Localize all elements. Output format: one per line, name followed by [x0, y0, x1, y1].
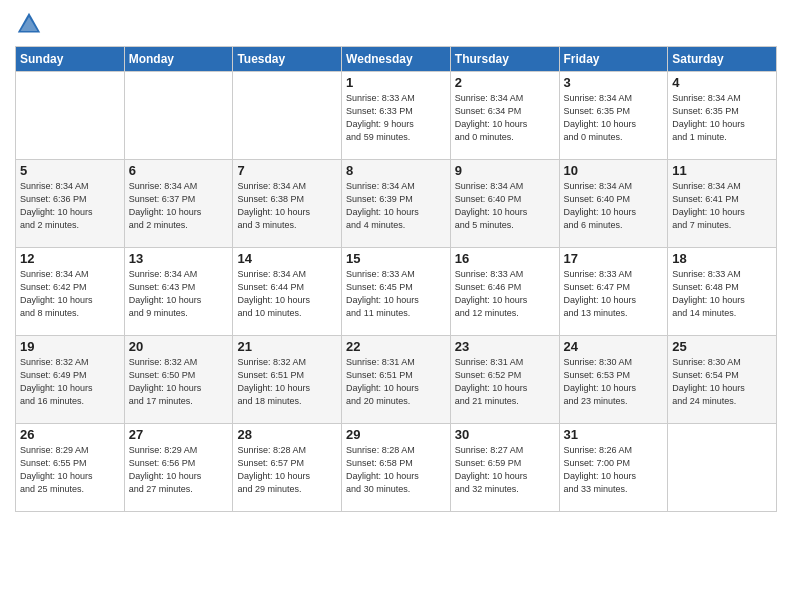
day-cell: 12Sunrise: 8:34 AM Sunset: 6:42 PM Dayli… — [16, 248, 125, 336]
day-cell: 11Sunrise: 8:34 AM Sunset: 6:41 PM Dayli… — [668, 160, 777, 248]
day-info: Sunrise: 8:34 AM Sunset: 6:44 PM Dayligh… — [237, 268, 337, 320]
day-cell: 24Sunrise: 8:30 AM Sunset: 6:53 PM Dayli… — [559, 336, 668, 424]
day-cell: 14Sunrise: 8:34 AM Sunset: 6:44 PM Dayli… — [233, 248, 342, 336]
day-info: Sunrise: 8:31 AM Sunset: 6:52 PM Dayligh… — [455, 356, 555, 408]
day-info: Sunrise: 8:28 AM Sunset: 6:57 PM Dayligh… — [237, 444, 337, 496]
day-number: 22 — [346, 339, 446, 354]
day-cell: 13Sunrise: 8:34 AM Sunset: 6:43 PM Dayli… — [124, 248, 233, 336]
day-cell — [16, 72, 125, 160]
day-header-tuesday: Tuesday — [233, 47, 342, 72]
day-info: Sunrise: 8:26 AM Sunset: 7:00 PM Dayligh… — [564, 444, 664, 496]
day-cell: 5Sunrise: 8:34 AM Sunset: 6:36 PM Daylig… — [16, 160, 125, 248]
day-cell: 25Sunrise: 8:30 AM Sunset: 6:54 PM Dayli… — [668, 336, 777, 424]
day-cell: 10Sunrise: 8:34 AM Sunset: 6:40 PM Dayli… — [559, 160, 668, 248]
logo — [15, 10, 45, 38]
day-number: 21 — [237, 339, 337, 354]
day-number: 2 — [455, 75, 555, 90]
day-info: Sunrise: 8:33 AM Sunset: 6:33 PM Dayligh… — [346, 92, 446, 144]
day-info: Sunrise: 8:34 AM Sunset: 6:39 PM Dayligh… — [346, 180, 446, 232]
day-info: Sunrise: 8:30 AM Sunset: 6:53 PM Dayligh… — [564, 356, 664, 408]
week-row-0: 1Sunrise: 8:33 AM Sunset: 6:33 PM Daylig… — [16, 72, 777, 160]
day-number: 9 — [455, 163, 555, 178]
day-cell: 17Sunrise: 8:33 AM Sunset: 6:47 PM Dayli… — [559, 248, 668, 336]
day-number: 5 — [20, 163, 120, 178]
day-number: 6 — [129, 163, 229, 178]
day-info: Sunrise: 8:34 AM Sunset: 6:41 PM Dayligh… — [672, 180, 772, 232]
day-number: 26 — [20, 427, 120, 442]
day-number: 18 — [672, 251, 772, 266]
day-info: Sunrise: 8:34 AM Sunset: 6:40 PM Dayligh… — [564, 180, 664, 232]
day-info: Sunrise: 8:33 AM Sunset: 6:46 PM Dayligh… — [455, 268, 555, 320]
day-cell: 28Sunrise: 8:28 AM Sunset: 6:57 PM Dayli… — [233, 424, 342, 512]
day-number: 27 — [129, 427, 229, 442]
day-number: 13 — [129, 251, 229, 266]
day-cell: 9Sunrise: 8:34 AM Sunset: 6:40 PM Daylig… — [450, 160, 559, 248]
day-number: 28 — [237, 427, 337, 442]
day-info: Sunrise: 8:32 AM Sunset: 6:50 PM Dayligh… — [129, 356, 229, 408]
day-number: 12 — [20, 251, 120, 266]
day-cell: 19Sunrise: 8:32 AM Sunset: 6:49 PM Dayli… — [16, 336, 125, 424]
day-info: Sunrise: 8:27 AM Sunset: 6:59 PM Dayligh… — [455, 444, 555, 496]
day-number: 1 — [346, 75, 446, 90]
day-info: Sunrise: 8:32 AM Sunset: 6:49 PM Dayligh… — [20, 356, 120, 408]
day-info: Sunrise: 8:34 AM Sunset: 6:38 PM Dayligh… — [237, 180, 337, 232]
day-header-sunday: Sunday — [16, 47, 125, 72]
day-info: Sunrise: 8:29 AM Sunset: 6:56 PM Dayligh… — [129, 444, 229, 496]
day-info: Sunrise: 8:34 AM Sunset: 6:34 PM Dayligh… — [455, 92, 555, 144]
day-info: Sunrise: 8:34 AM Sunset: 6:43 PM Dayligh… — [129, 268, 229, 320]
day-cell: 27Sunrise: 8:29 AM Sunset: 6:56 PM Dayli… — [124, 424, 233, 512]
day-header-thursday: Thursday — [450, 47, 559, 72]
day-cell: 3Sunrise: 8:34 AM Sunset: 6:35 PM Daylig… — [559, 72, 668, 160]
day-info: Sunrise: 8:29 AM Sunset: 6:55 PM Dayligh… — [20, 444, 120, 496]
day-cell: 31Sunrise: 8:26 AM Sunset: 7:00 PM Dayli… — [559, 424, 668, 512]
day-number: 16 — [455, 251, 555, 266]
day-number: 25 — [672, 339, 772, 354]
week-row-3: 19Sunrise: 8:32 AM Sunset: 6:49 PM Dayli… — [16, 336, 777, 424]
day-cell: 16Sunrise: 8:33 AM Sunset: 6:46 PM Dayli… — [450, 248, 559, 336]
day-info: Sunrise: 8:30 AM Sunset: 6:54 PM Dayligh… — [672, 356, 772, 408]
header — [15, 10, 777, 38]
calendar: SundayMondayTuesdayWednesdayThursdayFrid… — [15, 46, 777, 512]
day-headers-row: SundayMondayTuesdayWednesdayThursdayFrid… — [16, 47, 777, 72]
day-cell: 6Sunrise: 8:34 AM Sunset: 6:37 PM Daylig… — [124, 160, 233, 248]
week-row-2: 12Sunrise: 8:34 AM Sunset: 6:42 PM Dayli… — [16, 248, 777, 336]
day-number: 4 — [672, 75, 772, 90]
day-cell: 8Sunrise: 8:34 AM Sunset: 6:39 PM Daylig… — [342, 160, 451, 248]
week-row-4: 26Sunrise: 8:29 AM Sunset: 6:55 PM Dayli… — [16, 424, 777, 512]
day-cell — [124, 72, 233, 160]
day-info: Sunrise: 8:31 AM Sunset: 6:51 PM Dayligh… — [346, 356, 446, 408]
day-header-saturday: Saturday — [668, 47, 777, 72]
day-info: Sunrise: 8:34 AM Sunset: 6:35 PM Dayligh… — [672, 92, 772, 144]
day-info: Sunrise: 8:34 AM Sunset: 6:42 PM Dayligh… — [20, 268, 120, 320]
day-cell: 1Sunrise: 8:33 AM Sunset: 6:33 PM Daylig… — [342, 72, 451, 160]
day-cell: 18Sunrise: 8:33 AM Sunset: 6:48 PM Dayli… — [668, 248, 777, 336]
day-number: 29 — [346, 427, 446, 442]
day-info: Sunrise: 8:33 AM Sunset: 6:48 PM Dayligh… — [672, 268, 772, 320]
page: SundayMondayTuesdayWednesdayThursdayFrid… — [0, 0, 792, 612]
day-number: 15 — [346, 251, 446, 266]
day-cell: 22Sunrise: 8:31 AM Sunset: 6:51 PM Dayli… — [342, 336, 451, 424]
day-info: Sunrise: 8:32 AM Sunset: 6:51 PM Dayligh… — [237, 356, 337, 408]
day-cell: 29Sunrise: 8:28 AM Sunset: 6:58 PM Dayli… — [342, 424, 451, 512]
day-number: 10 — [564, 163, 664, 178]
day-header-friday: Friday — [559, 47, 668, 72]
day-header-wednesday: Wednesday — [342, 47, 451, 72]
day-cell: 4Sunrise: 8:34 AM Sunset: 6:35 PM Daylig… — [668, 72, 777, 160]
day-cell: 7Sunrise: 8:34 AM Sunset: 6:38 PM Daylig… — [233, 160, 342, 248]
logo-icon — [15, 10, 43, 38]
day-info: Sunrise: 8:34 AM Sunset: 6:36 PM Dayligh… — [20, 180, 120, 232]
day-cell — [668, 424, 777, 512]
day-info: Sunrise: 8:33 AM Sunset: 6:45 PM Dayligh… — [346, 268, 446, 320]
day-cell: 30Sunrise: 8:27 AM Sunset: 6:59 PM Dayli… — [450, 424, 559, 512]
day-number: 17 — [564, 251, 664, 266]
day-number: 20 — [129, 339, 229, 354]
day-header-monday: Monday — [124, 47, 233, 72]
day-cell: 23Sunrise: 8:31 AM Sunset: 6:52 PM Dayli… — [450, 336, 559, 424]
day-cell: 2Sunrise: 8:34 AM Sunset: 6:34 PM Daylig… — [450, 72, 559, 160]
day-cell — [233, 72, 342, 160]
day-info: Sunrise: 8:34 AM Sunset: 6:40 PM Dayligh… — [455, 180, 555, 232]
day-number: 30 — [455, 427, 555, 442]
day-number: 3 — [564, 75, 664, 90]
day-number: 24 — [564, 339, 664, 354]
day-cell: 26Sunrise: 8:29 AM Sunset: 6:55 PM Dayli… — [16, 424, 125, 512]
